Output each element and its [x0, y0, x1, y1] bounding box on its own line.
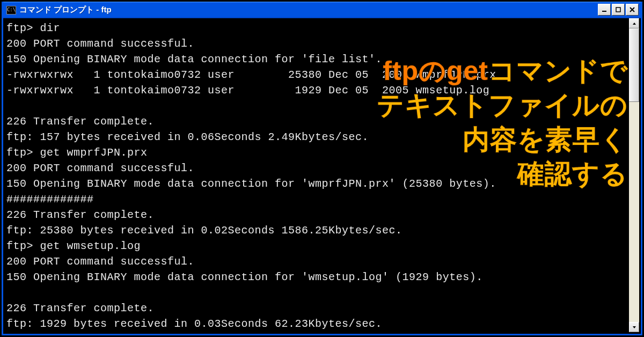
scrollbar-thumb[interactable] — [629, 28, 639, 102]
window-title: コマンド プロンプト - ftp — [19, 5, 114, 15]
chevron-down-icon — [632, 325, 636, 329]
minimize-icon — [602, 7, 607, 12]
titlebar[interactable]: C:\ コマンド プロンプト - ftp — [3, 2, 641, 18]
scroll-down-button[interactable] — [629, 322, 639, 332]
title-redacted — [114, 6, 178, 14]
scrollbar-track[interactable] — [629, 28, 639, 322]
scroll-up-button[interactable] — [629, 18, 639, 28]
window-controls — [598, 4, 639, 16]
app-icon-label: C:\ — [7, 8, 16, 12]
svg-rect-0 — [602, 11, 606, 12]
command-prompt-window: C:\ コマンド プロンプト - ftp ftp> dir 200 PORT c… — [2, 2, 642, 335]
app-icon: C:\ — [6, 6, 16, 14]
terminal-output[interactable]: ftp> dir 200 PORT command successful. 15… — [5, 18, 629, 332]
close-button[interactable] — [626, 4, 639, 16]
maximize-button[interactable] — [612, 4, 625, 16]
close-icon — [630, 7, 635, 12]
minimize-button[interactable] — [598, 4, 611, 16]
vertical-scrollbar[interactable] — [629, 18, 639, 332]
maximize-icon — [616, 7, 621, 12]
chevron-up-icon — [632, 21, 636, 26]
svg-rect-1 — [616, 8, 620, 12]
